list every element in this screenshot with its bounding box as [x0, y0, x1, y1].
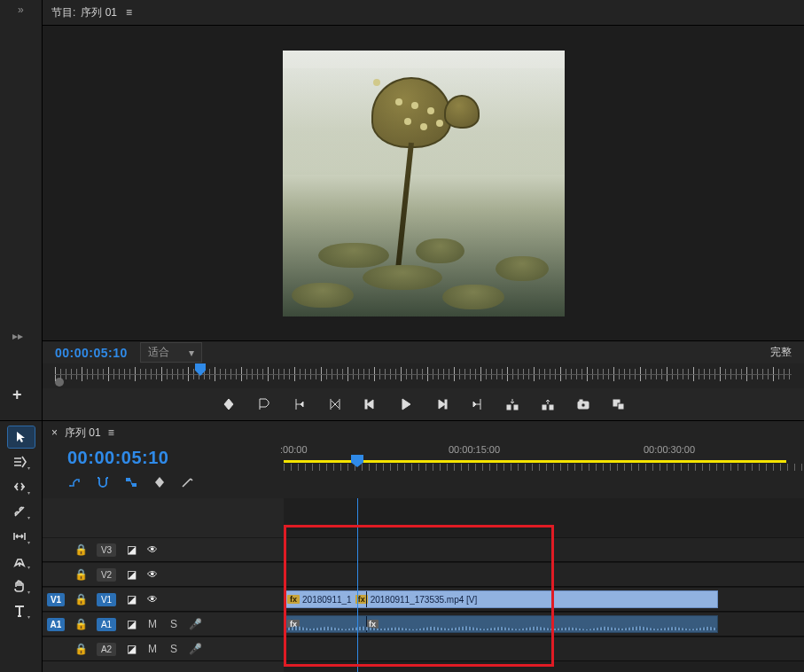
toggle-output-icon[interactable]: ◪ — [121, 643, 142, 655]
lock-icon[interactable]: 🔒 — [69, 643, 92, 655]
track-target-a2[interactable]: A2 — [92, 643, 121, 656]
lock-icon[interactable]: 🔒 — [69, 543, 92, 556]
program-viewport[interactable] — [43, 25, 804, 340]
track-header-a2[interactable]: 🔒 A2 ◪ M S 🎤 — [43, 637, 284, 661]
go-to-out-button[interactable] — [469, 396, 485, 412]
go-to-in-button[interactable] — [292, 396, 308, 412]
close-icon[interactable]: × — [51, 426, 58, 439]
svg-rect-0 — [365, 400, 367, 409]
program-monitor-panel: 节目: 序列 01 ≡ 00 — [43, 0, 804, 420]
track-header-v3[interactable]: 🔒 V3 ◪ 👁 — [43, 537, 284, 562]
mute-button[interactable]: M — [142, 643, 163, 655]
pen-tool[interactable]: ▾ — [8, 551, 35, 572]
voice-over-icon[interactable]: 🎤 — [184, 643, 206, 655]
step-back-button[interactable] — [327, 396, 343, 412]
lift-button[interactable] — [504, 396, 520, 412]
toggle-output-icon[interactable]: ◪ — [121, 568, 142, 581]
track-target-v3[interactable]: V3 — [92, 543, 121, 557]
track-select-tool[interactable]: ▾ — [8, 451, 35, 473]
video-clip[interactable]: fx 20180911_1 fx 20180911_173535.mp4 [V] — [284, 590, 718, 608]
collapse-chevrons-icon[interactable]: » — [18, 4, 24, 16]
toggle-output-icon[interactable]: ◪ — [121, 618, 142, 630]
timeline-timecode[interactable]: 00:00:05:10 — [67, 448, 284, 468]
timeline-ruler[interactable]: :00:00 00:00:15:00 00:00:30:00 — [284, 444, 804, 487]
timeline-settings-icon[interactable] — [181, 475, 195, 489]
track-header-v1[interactable]: V1 🔒 V1 ◪ 👁 — [43, 587, 284, 612]
selection-tool[interactable] — [8, 426, 35, 448]
panel-menu-icon[interactable]: ≡ — [108, 426, 114, 439]
transport-bar — [43, 388, 804, 420]
track-target-a1[interactable]: A1 — [92, 618, 121, 631]
svg-rect-10 — [618, 403, 624, 410]
export-frame-button[interactable] — [575, 396, 591, 412]
lane-v1[interactable]: fx 20180911_1 fx 20180911_173535.mp4 [V] — [284, 587, 804, 612]
ripple-edit-tool[interactable]: ▾ — [8, 476, 35, 497]
audio-clip[interactable]: fx fx — [284, 615, 718, 633]
slip-tool[interactable]: ▾ — [8, 526, 35, 547]
timeline-tools-panel: ▾ ▾ ▾ ▾ ▾ ▾ ▾ — [0, 420, 43, 672]
frame-forward-button[interactable] — [433, 396, 449, 412]
timeline-header: 00:00:05:10 :00:00 00:00:15:00 00:00:30:… — [43, 444, 804, 498]
svg-rect-2 — [507, 405, 511, 410]
linked-selection-icon[interactable] — [124, 475, 138, 489]
track-lanes[interactable]: fx 20180911_1 fx 20180911_173535.mp4 [V]… — [284, 498, 804, 672]
insert-mode-icon[interactable] — [67, 475, 82, 489]
toggle-eye-icon[interactable]: 👁 — [142, 543, 163, 556]
playhead-line[interactable] — [357, 498, 358, 672]
solo-button[interactable]: S — [163, 618, 184, 630]
svg-rect-3 — [514, 405, 518, 410]
track-target-v2[interactable]: V2 — [92, 568, 121, 582]
source-patch-v1[interactable]: V1 — [43, 593, 69, 606]
toggle-output-icon[interactable]: ◪ — [121, 593, 142, 606]
waveform — [285, 625, 717, 630]
ruler-label: 00:00:15:00 — [449, 444, 500, 455]
track-header-a1[interactable]: A1 🔒 A1 ◪ M S 🎤 — [43, 612, 284, 637]
add-marker-icon[interactable] — [152, 475, 167, 489]
ruler-label: 00:00:30:00 — [644, 444, 695, 455]
lane-v3[interactable] — [284, 537, 804, 562]
type-tool[interactable]: ▾ — [8, 600, 35, 621]
program-timecode[interactable]: 00:00:05:10 — [55, 346, 128, 360]
voice-over-icon[interactable]: 🎤 — [184, 618, 206, 630]
lane-v2[interactable] — [284, 562, 804, 587]
track-target-v1[interactable]: V1 — [92, 593, 121, 606]
snap-icon[interactable] — [96, 475, 110, 489]
comparison-view-button[interactable] — [611, 396, 627, 412]
extract-button[interactable] — [540, 396, 556, 412]
lock-icon[interactable]: 🔒 — [69, 593, 92, 606]
play-button[interactable] — [398, 396, 414, 412]
toggle-output-icon[interactable]: ◪ — [121, 543, 142, 556]
playback-quality-label[interactable]: 完整 — [770, 345, 792, 360]
lock-icon[interactable]: 🔒 — [69, 568, 92, 581]
source-patch-a1[interactable]: A1 — [43, 618, 69, 630]
sequence-tab[interactable]: × 序列 01 ≡ — [43, 421, 804, 444]
frame-back-button[interactable] — [363, 396, 379, 412]
mute-button[interactable]: M — [142, 618, 163, 630]
toggle-eye-icon[interactable]: 👁 — [142, 568, 163, 581]
panel-menu-icon[interactable]: ≡ — [126, 6, 130, 19]
toggle-eye-icon[interactable]: 👁 — [142, 593, 163, 606]
video-frame — [283, 51, 565, 316]
fx-badge[interactable]: fx — [287, 595, 300, 604]
svg-rect-8 — [580, 400, 582, 402]
sequence-tab-title: 序列 01 — [65, 426, 101, 441]
lane-a1[interactable]: fx fx — [284, 612, 804, 637]
hand-tool[interactable]: ▾ — [8, 575, 35, 597]
chevron-down-icon: ▾ — [189, 347, 194, 359]
panel-handle-icon[interactable]: ▸▸ — [12, 330, 23, 342]
program-mini-ruler[interactable] — [55, 363, 792, 388]
svg-rect-4 — [543, 405, 546, 410]
lock-icon[interactable]: 🔒 — [69, 618, 92, 630]
lane-a2[interactable] — [284, 637, 804, 661]
program-tab-prefix: 节目: — [51, 5, 75, 20]
add-panel-button[interactable]: + — [12, 386, 22, 404]
program-tab[interactable]: 节目: 序列 01 ≡ — [43, 0, 804, 25]
solo-button[interactable]: S — [163, 643, 184, 655]
mark-out-button[interactable] — [256, 396, 272, 412]
mark-in-button[interactable] — [221, 396, 237, 412]
track-headers: 🔒 V3 ◪ 👁 🔒 V2 ◪ 👁 V1 🔒 V1 — [43, 498, 284, 672]
razor-tool[interactable]: ▾ — [8, 501, 35, 522]
source-panel-strip: » ▸▸ + — [0, 0, 43, 420]
track-header-v2[interactable]: 🔒 V2 ◪ 👁 — [43, 562, 284, 587]
zoom-dropdown[interactable]: 适合 ▾ — [140, 342, 202, 363]
